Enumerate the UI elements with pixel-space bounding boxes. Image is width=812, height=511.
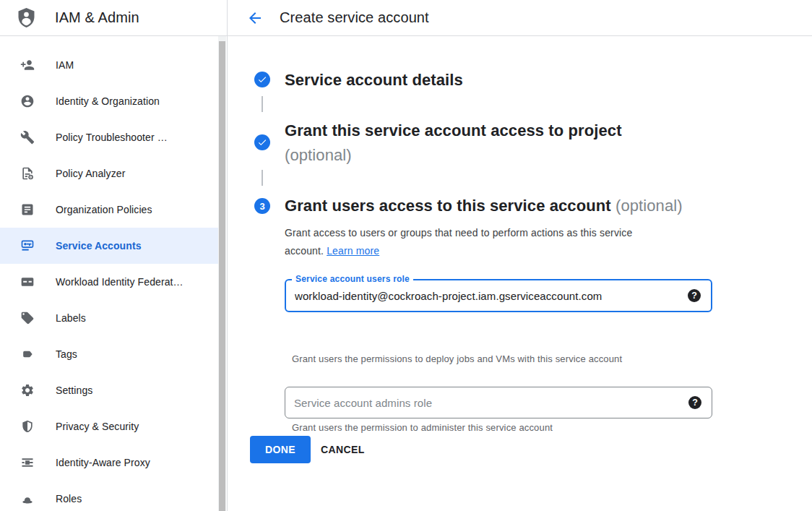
gear-icon [20,383,35,398]
sidebar-item-label: Identity-Aware Proxy [56,457,150,468]
help-icon[interactable]: ? [688,289,701,302]
step-connector [262,96,263,112]
person-add-icon [20,58,35,72]
label-icon [20,311,35,325]
tag-arrow-icon [20,347,35,361]
admins-role-input[interactable] [285,387,688,418]
admins-role-helper-text: Grant users the permission to administer… [292,422,553,433]
account-circle-icon [20,94,35,108]
sidebar-item-label: Tags [56,348,77,360]
step2-title-text: Grant this service account access to pro… [285,121,622,139]
sidebar-item-label: Organization Policies [56,204,152,215]
description-line2: account. [285,245,324,257]
learn-more-link[interactable]: Learn more [327,245,379,257]
step3-number-badge: 3 [254,198,270,214]
sidebar-item-label: Service Accounts [56,240,142,252]
sidebar-scrollbar-thumb[interactable] [219,41,225,511]
sidebar-item-roles[interactable]: Roles [0,481,219,511]
sidebar-item-label: Settings [56,385,92,396]
description-line1: Grant access to users or groups that nee… [285,227,632,239]
sidebar-item-label: Policy Troubleshooter … [56,132,168,143]
app-title: IAM & Admin [55,9,139,26]
users-role-helper-text: Grant users the permissions to deploy jo… [292,353,622,364]
sidebar: IAM & Admin IAM Identity & Organization … [0,0,228,511]
sidebar-item-tags[interactable]: Tags [0,336,219,372]
wrench-icon [20,130,35,145]
shield-half-icon [20,419,35,434]
step1-title: Service account details [285,68,463,93]
policy-analyzer-icon [20,166,35,181]
help-icon[interactable]: ? [688,396,701,409]
sidebar-item-policy-analyzer[interactable]: Policy Analyzer [0,155,219,192]
sidebar-item-service-accounts[interactable]: Service Accounts [0,228,219,264]
sidebar-item-identity-aware-proxy[interactable]: Identity-Aware Proxy [0,445,219,481]
step1-done-check-icon [254,72,270,87]
iam-shield-icon [15,6,38,30]
sidebar-item-label: Labels [56,312,86,324]
sidebar-item-label: Workload Identity Federat… [56,276,183,288]
users-role-field-label: Service account users role [292,274,413,284]
sidebar-item-labels[interactable]: Labels [0,300,219,336]
step2-title: Grant this service account access to pro… [285,119,747,168]
sidebar-item-workload-identity-federation[interactable]: Workload Identity Federat… [0,264,219,300]
service-account-admins-role-field: ? [285,387,712,418]
step3-description: Grant access to users or groups that nee… [285,224,689,260]
stepper-content: Service account details Grant this servi… [228,36,812,511]
sidebar-item-identity-organization[interactable]: Identity & Organization [0,83,219,119]
step3-optional-label: (optional) [616,197,683,215]
step2-optional-label: (optional) [285,146,352,164]
back-arrow-icon[interactable] [246,9,264,27]
sidebar-item-label: Policy Analyzer [56,168,125,179]
card-icon [20,275,35,289]
sidebar-nav: IAM Identity & Organization Policy Troub… [0,36,227,511]
cancel-button[interactable]: CANCEL [321,436,365,463]
step-connector [262,170,263,186]
sidebar-item-organization-policies[interactable]: Organization Policies [0,192,219,228]
sidebar-item-policy-troubleshooter[interactable]: Policy Troubleshooter … [0,119,219,155]
main-panel: Create service account Service account d… [228,0,812,511]
step3-number: 3 [259,201,264,212]
app-window: IAM & Admin IAM Identity & Organization … [0,0,812,511]
page-header: Create service account [228,0,812,36]
sidebar-item-iam[interactable]: IAM [0,47,219,83]
step2-done-check-icon [254,134,270,150]
sidebar-scrollbar[interactable] [218,36,226,511]
hat-icon [20,491,35,506]
proxy-icon [20,455,35,470]
sidebar-item-label: Privacy & Security [56,421,139,432]
service-account-icon [20,239,35,253]
sidebar-item-privacy-security[interactable]: Privacy & Security [0,408,219,445]
done-button[interactable]: DONE [250,436,311,463]
page-title: Create service account [280,9,429,26]
step3-title: Grant users access to this service accou… [285,194,790,218]
sidebar-item-label: Identity & Organization [56,95,160,107]
sidebar-header: IAM & Admin [0,0,227,36]
article-icon [20,202,35,217]
sidebar-item-label: Roles [56,493,82,504]
step3-title-text: Grant users access to this service accou… [285,197,611,215]
users-role-input[interactable] [286,280,688,311]
sidebar-item-settings[interactable]: Settings [0,372,219,408]
service-account-users-role-field: Service account users role ? [285,279,712,312]
sidebar-item-label: IAM [56,59,74,71]
